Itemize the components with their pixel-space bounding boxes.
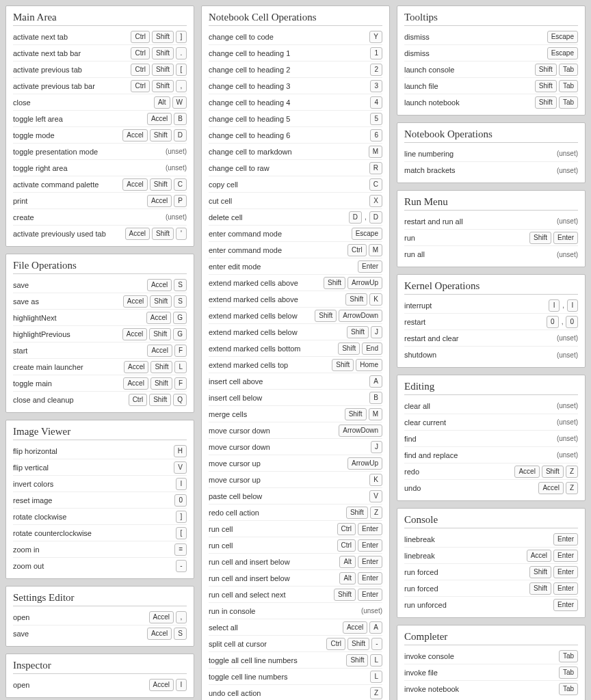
shortcut-keys[interactable]: CtrlShift- — [326, 638, 382, 650]
shortcut-row[interactable]: line numbering(unset) — [404, 146, 578, 162]
shortcut-row[interactable]: extend marked cells belowShiftArrowDown — [209, 308, 382, 324]
shortcut-keys[interactable]: I — [176, 478, 187, 490]
shortcut-row[interactable]: select allAccelA — [209, 619, 382, 636]
shortcut-keys[interactable]: CtrlEnter — [337, 523, 382, 535]
shortcut-row[interactable]: flip horizontalH — [13, 443, 187, 459]
shortcut-keys[interactable]: CtrlM — [347, 244, 382, 256]
shortcut-keys[interactable]: (unset) — [557, 351, 578, 359]
shortcut-row[interactable]: copy cellC — [209, 176, 382, 193]
shortcut-row[interactable]: runShiftEnter — [404, 230, 578, 246]
shortcut-row[interactable]: undoAccelZ — [404, 480, 578, 496]
shortcut-keys[interactable]: (unset) — [557, 418, 578, 426]
shortcut-keys[interactable]: 5 — [370, 113, 382, 125]
shortcut-keys[interactable]: AccelA — [343, 621, 382, 634]
shortcut-row[interactable]: toggle cell line numbersL — [209, 669, 382, 685]
shortcut-keys[interactable]: AccelShiftL — [124, 361, 187, 373]
shortcut-row[interactable]: activate previous tabCtrlShift[ — [13, 62, 187, 78]
shortcut-row[interactable]: change cell to heading 11 — [209, 45, 382, 62]
shortcut-row[interactable]: toggle right area(unset) — [13, 160, 187, 176]
shortcut-row[interactable]: activate previously used tabAccelShift' — [13, 226, 187, 242]
shortcut-keys[interactable]: L — [370, 671, 382, 683]
shortcut-row[interactable]: linebreakAccelEnter — [404, 548, 578, 564]
shortcut-keys[interactable]: AccelShiftG — [122, 328, 187, 340]
shortcut-keys[interactable]: ShiftEnter — [529, 566, 578, 578]
shortcut-row[interactable]: restart and clear(unset) — [404, 330, 578, 347]
shortcut-keys[interactable]: 0,0 — [547, 316, 578, 328]
shortcut-keys[interactable]: (unset) — [557, 402, 578, 409]
shortcut-keys[interactable]: - — [176, 560, 187, 572]
shortcut-keys[interactable]: Accel, — [149, 611, 187, 623]
shortcut-keys[interactable]: ShiftTab — [535, 64, 578, 76]
shortcut-row[interactable]: change cell to heading 44 — [209, 94, 382, 111]
shortcut-row[interactable]: match brackets(unset) — [404, 162, 578, 178]
shortcut-keys[interactable]: CtrlShiftQ — [129, 394, 187, 406]
shortcut-row[interactable]: restart and run all(unset) — [404, 213, 578, 230]
shortcut-keys[interactable]: ShiftJ — [347, 326, 382, 338]
shortcut-row[interactable]: activate next tabCtrlShift] — [13, 29, 187, 45]
shortcut-row[interactable]: enter command modeEscape — [209, 226, 382, 242]
shortcut-keys[interactable]: Enter — [358, 260, 382, 273]
shortcut-row[interactable]: invoke consoleTab — [404, 648, 578, 664]
shortcut-row[interactable]: printAccelP — [13, 193, 187, 209]
shortcut-keys[interactable]: AccelShift' — [125, 228, 187, 240]
shortcut-row[interactable]: redo cell actionShiftZ — [209, 504, 382, 521]
shortcut-keys[interactable]: 2 — [370, 64, 382, 76]
shortcut-keys[interactable]: ArrowDown — [339, 425, 382, 437]
shortcut-row[interactable]: close and cleanupCtrlShiftQ — [13, 392, 187, 408]
shortcut-keys[interactable]: (unset) — [166, 148, 187, 155]
shortcut-row[interactable]: insert cell aboveA — [209, 373, 382, 390]
shortcut-row[interactable]: restart0,0 — [404, 314, 578, 330]
shortcut-keys[interactable]: (unset) — [557, 150, 578, 157]
shortcut-keys[interactable]: M — [369, 146, 382, 158]
shortcut-row[interactable]: insert cell belowB — [209, 390, 382, 406]
shortcut-keys[interactable]: R — [369, 162, 382, 174]
shortcut-row[interactable]: run unforcedEnter — [404, 597, 578, 613]
shortcut-row[interactable]: change cell to heading 33 — [209, 78, 382, 94]
shortcut-row[interactable]: extend marked cells topShiftHome — [209, 357, 382, 373]
shortcut-row[interactable]: saveAccelS — [13, 625, 187, 642]
shortcut-row[interactable]: invoke fileTab — [404, 664, 578, 681]
shortcut-keys[interactable]: (unset) — [557, 251, 578, 258]
shortcut-row[interactable]: launch fileShiftTab — [404, 78, 578, 94]
shortcut-row[interactable]: reset image0 — [13, 492, 187, 509]
shortcut-keys[interactable]: ShiftArrowDown — [315, 310, 382, 322]
shortcut-row[interactable]: clear all(unset) — [404, 398, 578, 414]
shortcut-keys[interactable]: ShiftArrowUp — [324, 277, 382, 289]
shortcut-keys[interactable]: AltEnter — [339, 556, 382, 568]
shortcut-row[interactable]: extend marked cells belowShiftJ — [209, 324, 382, 340]
shortcut-row[interactable]: save asAccelShiftS — [13, 293, 187, 310]
shortcut-row[interactable]: run forcedShiftEnter — [404, 564, 578, 580]
shortcut-keys[interactable]: AccelShiftS — [123, 295, 187, 308]
shortcut-keys[interactable]: X — [369, 195, 382, 207]
shortcut-row[interactable]: rotate clockwise] — [13, 509, 187, 525]
shortcut-row[interactable]: toggle mainAccelShiftF — [13, 375, 187, 392]
shortcut-row[interactable]: run cellCtrlEnter — [209, 537, 382, 554]
shortcut-row[interactable]: run cell and insert belowAltEnter — [209, 554, 382, 570]
shortcut-row[interactable]: delete cellD,D — [209, 209, 382, 226]
shortcut-row[interactable]: shutdown(unset) — [404, 347, 578, 363]
shortcut-keys[interactable]: V — [174, 461, 187, 474]
shortcut-keys[interactable]: ShiftEnter — [334, 589, 382, 601]
shortcut-keys[interactable]: A — [369, 375, 382, 388]
shortcut-keys[interactable]: AltEnter — [339, 572, 382, 584]
shortcut-row[interactable]: enter edit modeEnter — [209, 258, 382, 275]
shortcut-keys[interactable]: AccelShiftZ — [514, 466, 578, 478]
shortcut-row[interactable]: zoom out- — [13, 558, 187, 574]
shortcut-row[interactable]: extend marked cells aboveShiftArrowUp — [209, 275, 382, 291]
shortcut-row[interactable]: clear current(unset) — [404, 414, 578, 431]
shortcut-row[interactable]: create(unset) — [13, 209, 187, 226]
shortcut-keys[interactable]: (unset) — [557, 217, 578, 225]
shortcut-keys[interactable]: I,I — [549, 299, 578, 312]
shortcut-row[interactable]: activate command paletteAccelShiftC — [13, 176, 187, 193]
shortcut-keys[interactable]: ] — [176, 511, 187, 523]
shortcut-keys[interactable]: Enter — [553, 599, 578, 611]
shortcut-row[interactable]: invoke notebookTab — [404, 681, 578, 697]
shortcut-row[interactable]: run all(unset) — [404, 246, 578, 262]
shortcut-keys[interactable]: Y — [369, 31, 382, 43]
shortcut-keys[interactable]: (unset) — [361, 607, 382, 615]
shortcut-row[interactable]: change cell to heading 55 — [209, 111, 382, 127]
shortcut-row[interactable]: launch notebookShiftTab — [404, 94, 578, 111]
shortcut-row[interactable]: move cursor upK — [209, 472, 382, 488]
shortcut-keys[interactable]: Tab — [559, 650, 578, 662]
shortcut-keys[interactable]: AccelB — [147, 113, 187, 125]
